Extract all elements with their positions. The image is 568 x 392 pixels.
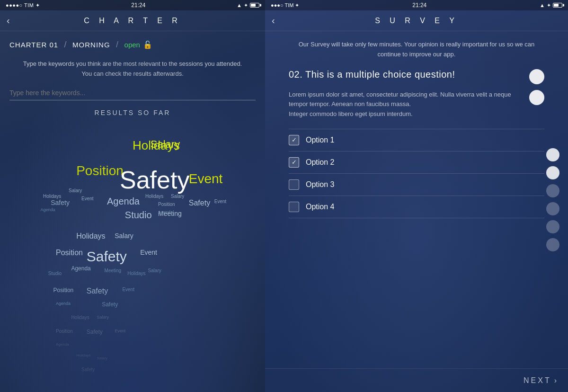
keyword-input-wrapper[interactable] [9,89,256,100]
option-2[interactable]: Option 2 [289,151,544,174]
word-cloud-word: Position [56,329,73,334]
word-cloud-word: Event [214,199,227,204]
checkbox-2[interactable] [289,157,299,168]
dot-5[interactable] [546,220,559,233]
word-cloud-word: Holidays [145,194,163,199]
keyword-input[interactable] [9,89,256,97]
bottom-nav: NEXT › [265,368,568,392]
battery-icon-right [553,3,562,8]
word-cloud-word: Safety [120,166,189,194]
top-nav-left: ‹ C H A R T E R [0,10,265,31]
time-left: 21:24 [131,2,145,9]
open-label: open [124,41,140,49]
left-panel: ●●●●○ TIM ✦ 21:24 ▲ ✦ ‹ C H A R T E R CH… [0,0,265,392]
word-cloud-word: Agenda [71,265,90,272]
circle-indicator-1 [529,69,544,84]
pagination-dots [546,148,559,251]
bluetooth-icon-right: ✦ [547,2,551,9]
question-body: Lorem ipsum dolor sit amet, consectetur … [289,90,524,119]
status-bar-right: ●●●○ TIM ✦ 21:24 ▲ ✦ [265,0,568,10]
dot-2[interactable] [546,166,559,179]
word-cloud-word: Agenda [107,196,140,207]
carrier-right: ●●●○ TIM ✦ [271,2,299,9]
dot-1[interactable] [546,148,559,161]
option-label-3: Option 3 [306,180,334,189]
breadcrumb: CHARTER 01 / MORNING / open 🔓 [0,31,265,54]
breadcrumb-charter: CHARTER 01 [9,41,58,49]
dot-3[interactable] [546,184,559,197]
word-cloud-word: Holidays [127,271,145,276]
word-cloud-word: Event [81,196,94,201]
word-cloud-word: Event [140,249,157,256]
word-cloud-word: Studio [48,271,62,276]
word-cloud-word: Salary [97,315,109,320]
question-header: 02. This is a multiple choice question! [289,69,544,84]
word-cloud-word: Holidays [43,194,61,199]
checkbox-4[interactable] [289,202,299,212]
right-panel: ●●●○ TIM ✦ 21:24 ▲ ✦ ‹ S U R V E Y Our S… [265,0,568,392]
question-number: 02. [289,69,302,80]
option-1[interactable]: Option 1 [289,129,544,151]
word-cloud-word: Safety [87,287,108,295]
word-cloud-word: Safety [102,301,118,308]
word-cloud-word: Meeting [105,268,122,273]
top-nav-right: ‹ S U R V E Y [265,10,568,31]
status-icons-left: ▲ ✦ [237,2,259,9]
checkbox-1[interactable] [289,135,299,145]
word-cloud-word: Safety [81,367,95,372]
option-label-1: Option 1 [306,136,334,144]
survey-intro: Our Survey will take only few minutes. Y… [289,40,544,60]
status-icons-right: ▲ ✦ [540,2,562,9]
battery-icon [250,3,259,8]
signal-icon: ▲ [237,2,242,8]
word-cloud-word: Salary [148,268,161,273]
word-cloud-word: Agenda [41,207,55,212]
options-list: Option 1 Option 2 Option 3 Option 4 [289,129,544,218]
option-4[interactable]: Option 4 [289,196,544,218]
word-cloud-word: Position [53,287,74,294]
word-cloud-word: Holidays [71,315,89,320]
word-cloud-word: Safety [189,199,210,207]
survey-content: Our Survey will take only few minutes. Y… [265,31,568,368]
word-cloud-word: Safety [87,249,127,265]
lock-icon: 🔓 [143,40,152,49]
word-cloud-word: Event [189,171,223,187]
option-label-4: Option 4 [306,203,334,211]
dot-4[interactable] [546,202,559,215]
word-cloud-word: Position [76,163,124,178]
breadcrumb-divider-1: / [58,40,72,50]
time-right: 21:24 [412,2,426,9]
question-title: 02. This is a multiple choice question! [289,69,524,80]
back-button-left[interactable]: ‹ [7,15,10,26]
word-cloud-word: Safety [51,199,70,206]
status-bar-left: ●●●●○ TIM ✦ 21:24 ▲ ✦ [0,0,265,10]
circle-indicator-2 [529,90,544,105]
word-cloud-word: Holidays [76,353,91,357]
breadcrumb-status: open 🔓 [124,40,152,49]
back-button-right[interactable]: ‹ [272,15,275,26]
breadcrumb-morning: MORNING [72,41,110,49]
word-cloud-word: Position [56,249,83,257]
word-cloud-word: Holidays [76,232,105,241]
next-icon: › [554,376,559,385]
nav-title-right: S U R V E Y [375,17,458,25]
dot-6[interactable] [546,238,559,251]
nav-title-left: C H A R T E R [84,17,181,25]
word-cloud: HolidaysSalaryPositionSafetyEventAgendaH… [5,116,260,392]
question-text: This is a multiple choice question! [305,69,455,80]
checkbox-3[interactable] [289,179,299,190]
word-cloud-word: Salary [69,188,82,193]
results-label: RESULTS SO FAR [0,109,265,116]
option-3[interactable]: Option 3 [289,174,544,196]
breadcrumb-divider-2: / [110,40,124,50]
word-cloud-word: Safety [87,329,103,335]
next-button[interactable]: NEXT › [524,376,559,385]
word-cloud-word: Salary [115,232,133,240]
bluetooth-icon: ✦ [244,2,248,9]
word-cloud-word: Position [158,202,175,207]
word-cloud-word: Salary [171,194,184,199]
word-cloud-word: Salary [151,138,180,151]
carrier-left: ●●●●○ TIM ✦ [6,2,40,9]
word-cloud-word: Agenda [158,210,173,214]
word-cloud-word: Event [115,329,125,333]
